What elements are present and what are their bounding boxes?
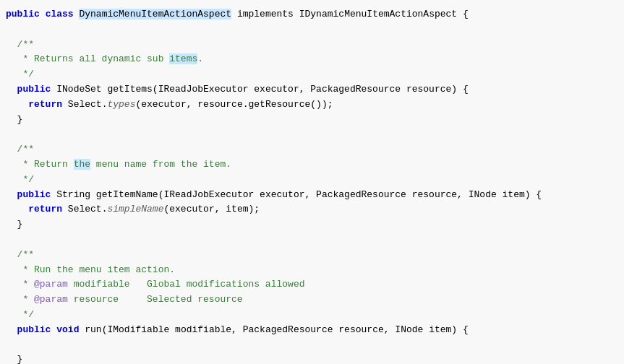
code-line-21: */ <box>0 308 624 323</box>
code-editor: public class DynamicMenuItemActionAspect… <box>0 0 624 364</box>
code-line-15: } <box>0 217 624 233</box>
code-line-12: */ <box>0 173 624 188</box>
code-line-24: } <box>0 352 624 364</box>
code-text: */ <box>6 67 34 82</box>
code-text: return Select.simpleName(executor, item)… <box>6 202 260 217</box>
code-text: /** <box>6 38 34 53</box>
code-text: public INodeSet getItems(IReadJobExecuto… <box>6 82 469 98</box>
code-line-6: public INodeSet getItems(IReadJobExecuto… <box>0 82 624 98</box>
code-line-13: public String getItemName(IReadJobExecut… <box>0 188 624 203</box>
code-line-4: * Returns all dynamic sub items. <box>0 52 624 67</box>
code-text: public class DynamicMenuItemActionAspect… <box>6 7 469 22</box>
code-line-19: * @param modifiable Global modifications… <box>0 277 624 292</box>
code-line-10: /** <box>0 142 624 157</box>
code-text: } <box>6 352 22 364</box>
code-line-20: * @param resource Selected resource <box>0 292 624 308</box>
code-line-2 <box>0 22 624 38</box>
code-line-3: /** <box>0 38 624 53</box>
code-text: * Return the menu name from the item. <box>6 157 231 173</box>
code-text: public void run(IModifiable modifiable, … <box>6 323 469 338</box>
code-text: */ <box>6 173 34 188</box>
code-text: * Returns all dynamic sub items. <box>6 52 203 67</box>
code-line-17: /** <box>0 248 624 263</box>
code-line-14: return Select.simpleName(executor, item)… <box>0 202 624 217</box>
code-line-5: */ <box>0 67 624 82</box>
code-line-7: return Select.types(executor, resource.g… <box>0 98 624 113</box>
code-text: * @param resource Selected resource <box>6 292 243 308</box>
code-text: } <box>6 217 22 233</box>
code-text: public String getItemName(IReadJobExecut… <box>6 188 542 203</box>
code-text: return Select.types(executor, resource.g… <box>6 98 333 113</box>
code-line-16 <box>0 233 624 248</box>
code-text: /** <box>6 142 34 157</box>
code-line-1: public class DynamicMenuItemActionAspect… <box>0 7 624 22</box>
code-line-22: public void run(IModifiable modifiable, … <box>0 323 624 338</box>
code-text: * @param modifiable Global modifications… <box>6 277 304 292</box>
code-line-11: * Return the menu name from the item. <box>0 157 624 173</box>
code-text: } <box>6 113 22 128</box>
code-text: /** <box>6 248 34 263</box>
code-line-23 <box>0 338 624 353</box>
code-text: */ <box>6 308 34 323</box>
code-line-9 <box>0 127 624 142</box>
code-text: * Run the menu item action. <box>6 263 175 278</box>
code-line-18: * Run the menu item action. <box>0 263 624 278</box>
code-line-8: } <box>0 113 624 128</box>
